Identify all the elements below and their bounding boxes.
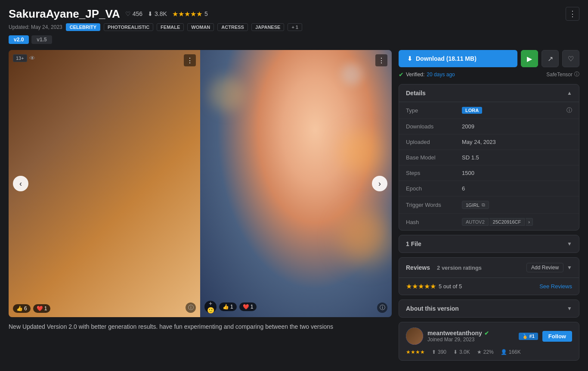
image-card-2[interactable]: ⋮ › + 🙂 👍 1 ❤️ 1 ⓘ xyxy=(200,50,392,317)
followers-icon: 👤 xyxy=(501,349,507,355)
image-menu-button-2[interactable]: ⋮ xyxy=(375,54,387,66)
detail-downloads-row: Downloads 2009 xyxy=(399,119,579,134)
verified-time-link[interactable]: 20 days ago xyxy=(427,72,455,78)
verified-row: ✔ Verified: 20 days ago SafeTensor ⓘ xyxy=(399,71,579,78)
verified-badge: ✔ Verified: 20 days ago xyxy=(399,71,455,78)
heart-reaction: ❤️ 1 xyxy=(33,304,51,313)
heart-icon: ♡ xyxy=(125,10,131,17)
detail-trigger-words-row: Trigger Words 1GIRL ⧉ xyxy=(399,196,579,214)
detail-hash-row: Hash AUTOV2 25C20916CF › xyxy=(399,214,579,230)
blurred-image xyxy=(9,50,200,317)
rating-text: 5 out of 5 xyxy=(439,283,462,290)
upload-icon: ⬆ xyxy=(432,349,436,355)
detail-epoch-row: Epoch 6 xyxy=(399,181,579,196)
creator-stats-row: ★★★★ ⬆ 390 ⬇ 3.0K ★ 22% 👤 xyxy=(406,349,572,355)
tag-photorealistic[interactable]: PHOTOREALISTIC xyxy=(104,23,153,31)
age-badge: 13+ xyxy=(13,54,27,62)
stars-display: ★★★★★ xyxy=(406,282,436,290)
favorite-button[interactable]: ♡ xyxy=(562,50,579,67)
tag-female[interactable]: FEMALE xyxy=(157,23,184,31)
hash-container: AUTOV2 25C20916CF › xyxy=(462,218,533,226)
eye-icon: 👁 xyxy=(29,55,35,62)
version-selector: v2.0 v1.5 xyxy=(9,35,579,44)
reviews-panel-header[interactable]: Reviews 2 version ratings Add Review ▼ xyxy=(399,258,579,277)
reviews-count: 2 version ratings xyxy=(437,265,482,271)
model-title: SakuraAyane_JP_VA xyxy=(9,7,120,21)
rank-badge: 🏅 #1 xyxy=(519,333,538,340)
reviews-panel: Reviews 2 version ratings Add Review ▼ ★… xyxy=(399,257,579,295)
files-panel-header[interactable]: 1 File ▼ xyxy=(399,235,579,253)
about-chevron-down-icon: ▼ xyxy=(567,306,572,312)
creator-avatar xyxy=(406,327,423,345)
next-image-button[interactable]: › xyxy=(372,176,387,191)
detail-base-model-row: Base Model SD 1.5 xyxy=(399,150,579,165)
copy-icon[interactable]: ⧉ xyxy=(482,202,485,208)
heart-count: ♡ 456 xyxy=(125,10,142,17)
download-button[interactable]: ⬇ Download (18.11 MB) xyxy=(399,50,517,67)
creator-info: meantweetanthony ✔ Joined Mar 29, 2023 xyxy=(427,330,514,343)
see-reviews-link[interactable]: See Reviews xyxy=(539,283,572,290)
star-rating: ★★★★★ 5 xyxy=(172,10,208,18)
prev-image-button[interactable]: ‹ xyxy=(13,176,28,191)
details-panel-header[interactable]: Details ▲ xyxy=(399,84,579,102)
about-panel: About this version ▼ xyxy=(399,299,579,318)
thumb-reaction-2: 👍 1 xyxy=(219,302,237,311)
images-row: 13+ 👁 ⋮ ‹ 👍 6 ❤️ 1 ⓘ xyxy=(9,50,392,317)
image-card-1[interactable]: 13+ 👁 ⋮ ‹ 👍 6 ❤️ 1 ⓘ xyxy=(9,50,200,317)
image-menu-button-1[interactable]: ⋮ xyxy=(184,54,196,66)
creator-stars: ★★★★ xyxy=(406,349,425,355)
chevron-up-icon: ▲ xyxy=(567,90,572,96)
about-panel-header[interactable]: About this version ▼ xyxy=(399,300,579,317)
detail-uploaded-row: Uploaded May 24, 2023 xyxy=(399,134,579,150)
image-badge: 13+ 👁 xyxy=(13,54,35,62)
tag-celebrity[interactable]: CELEBRITY xyxy=(66,23,100,31)
verified-icon: ✔ xyxy=(399,71,404,78)
version-v15-button[interactable]: v1.5 xyxy=(31,35,52,44)
more-options-button[interactable]: ⋮ xyxy=(566,7,579,21)
detail-steps-row: Steps 1500 xyxy=(399,165,579,181)
image-reactions-2: + 🙂 👍 1 ❤️ 1 xyxy=(204,301,257,313)
reviews-chevron-down-icon: ▼ xyxy=(567,265,572,271)
hash-value: 25C20916CF xyxy=(489,218,525,226)
sidebar: ⬇ Download (18.11 MB) ▶ ↗ ♡ ✔ Verified: … xyxy=(399,50,579,361)
download-icon: ⬇ xyxy=(407,55,412,62)
tag-japanese[interactable]: JAPANESE xyxy=(251,23,284,31)
creator-stat-followers: 👤 166K xyxy=(501,349,521,355)
creator-stat-reviews: ★ 22% xyxy=(477,349,494,355)
heart-reaction-2: ❤️ 1 xyxy=(239,302,257,311)
reviews-title: Reviews xyxy=(406,264,430,271)
creator-stat-downloads: ⬇ 3.0K xyxy=(453,349,470,355)
action-buttons-row: ⬇ Download (18.11 MB) ▶ ↗ ♡ xyxy=(399,50,579,67)
dl-icon: ⬇ xyxy=(453,349,458,355)
info-icon: ⓘ xyxy=(574,71,579,78)
description-text: New Updated Version 2.0 with better gene… xyxy=(9,322,392,331)
files-panel: 1 File ▼ xyxy=(399,235,579,253)
safe-tensor-label: SafeTensor ⓘ xyxy=(546,71,579,78)
reviews-panel-body: ★★★★★ 5 out of 5 See Reviews xyxy=(399,277,579,295)
add-reaction-button[interactable]: + 🙂 xyxy=(204,301,217,313)
trigger-badge: 1GIRL ⧉ xyxy=(462,201,489,209)
tag-actress[interactable]: ACTRESS xyxy=(217,23,248,31)
tag-woman[interactable]: WOMAN xyxy=(187,23,214,31)
updated-text: Updated: May 24, 2023 xyxy=(9,24,62,30)
hash-more-button[interactable]: › xyxy=(526,218,533,226)
images-area: 13+ 👁 ⋮ ‹ 👍 6 ❤️ 1 ⓘ xyxy=(9,50,392,331)
version-v2-button[interactable]: v2.0 xyxy=(9,35,29,44)
image-info-button-2[interactable]: ⓘ xyxy=(377,302,387,313)
chevron-down-icon: ▼ xyxy=(567,241,572,247)
meta-row: Updated: May 24, 2023 CELEBRITY PHOTOREA… xyxy=(9,23,579,31)
follow-button[interactable]: Follow xyxy=(542,331,572,342)
image-info-button-1[interactable]: ⓘ xyxy=(186,302,196,313)
thumb-reaction: 👍 6 xyxy=(13,304,31,313)
add-review-button[interactable]: Add Review xyxy=(526,263,563,272)
type-info-icon[interactable]: ⓘ xyxy=(566,106,572,114)
review-icon: ★ xyxy=(477,349,482,355)
download-count: ⬇ 3.8K xyxy=(148,10,167,17)
lora-badge: LORA xyxy=(462,107,482,114)
run-button[interactable]: ▶ xyxy=(521,50,538,67)
details-panel-body: Type LORA ⓘ Downloads 2009 Uploaded xyxy=(399,102,579,230)
download-icon: ⬇ xyxy=(148,10,153,17)
tag-more[interactable]: + 1 xyxy=(288,23,302,31)
creator-verified-icon: ✔ xyxy=(484,330,489,337)
share-button[interactable]: ↗ xyxy=(542,50,559,67)
